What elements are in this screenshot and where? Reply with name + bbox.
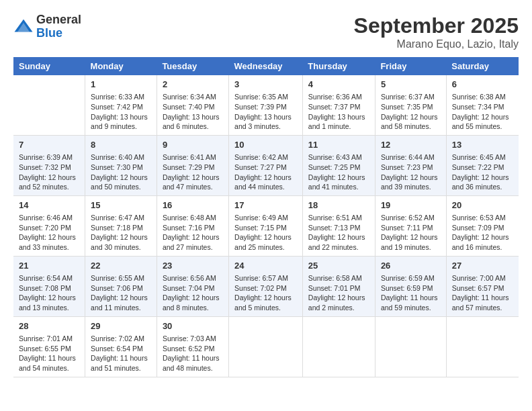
weekday-row: SundayMondayTuesdayWednesdayThursdayFrid…: [13, 57, 519, 75]
day-info: Sunrise: 6:52 AMSunset: 7:11 PMDaylight:…: [381, 213, 441, 253]
day-number: 27: [452, 260, 513, 272]
day-info: Sunrise: 7:00 AMSunset: 6:57 PMDaylight:…: [452, 273, 513, 313]
calendar-cell: 1Sunrise: 6:33 AMSunset: 7:42 PMDaylight…: [85, 75, 157, 135]
calendar-cell: 10Sunrise: 6:42 AMSunset: 7:27 PMDayligh…: [229, 135, 303, 195]
day-number: 2: [163, 79, 223, 91]
calendar-cell: 21Sunrise: 6:54 AMSunset: 7:08 PMDayligh…: [13, 256, 85, 316]
day-info: Sunrise: 7:01 AMSunset: 6:55 PMDaylight:…: [19, 334, 79, 373]
weekday-header: Thursday: [302, 57, 375, 75]
day-info: Sunrise: 6:38 AMSunset: 7:34 PMDaylight:…: [452, 92, 513, 132]
day-info: Sunrise: 6:43 AMSunset: 7:25 PMDaylight:…: [308, 152, 369, 192]
calendar-cell: [13, 75, 85, 135]
calendar-cell: 7Sunrise: 6:39 AMSunset: 7:32 PMDaylight…: [13, 135, 85, 195]
day-number: 22: [91, 260, 151, 272]
month-title: September 2025: [354, 13, 519, 38]
calendar-cell: 19Sunrise: 6:52 AMSunset: 7:11 PMDayligh…: [375, 195, 446, 256]
day-number: 14: [19, 199, 79, 212]
day-info: Sunrise: 6:48 AMSunset: 7:16 PMDaylight:…: [163, 213, 223, 253]
day-number: 13: [452, 139, 513, 151]
title-block: September 2025 Marano Equo, Lazio, Italy: [354, 13, 519, 50]
calendar-cell: 18Sunrise: 6:51 AMSunset: 7:13 PMDayligh…: [302, 195, 375, 256]
logo-blue: Blue: [36, 27, 81, 40]
location: Marano Equo, Lazio, Italy: [354, 38, 519, 50]
day-number: 6: [452, 79, 513, 91]
day-info: Sunrise: 6:57 AMSunset: 7:02 PMDaylight:…: [234, 273, 297, 313]
weekday-header: Saturday: [446, 57, 519, 75]
calendar-cell: 5Sunrise: 6:37 AMSunset: 7:35 PMDaylight…: [375, 75, 446, 135]
day-info: Sunrise: 6:42 AMSunset: 7:27 PMDaylight:…: [234, 152, 297, 192]
day-info: Sunrise: 6:41 AMSunset: 7:29 PMDaylight:…: [163, 152, 223, 192]
calendar-week-row: 1Sunrise: 6:33 AMSunset: 7:42 PMDaylight…: [13, 75, 519, 135]
logo-icon: [13, 17, 34, 37]
calendar-body: 1Sunrise: 6:33 AMSunset: 7:42 PMDaylight…: [13, 75, 519, 377]
day-number: 24: [234, 260, 297, 272]
day-number: 23: [163, 260, 223, 272]
day-info: Sunrise: 6:37 AMSunset: 7:35 PMDaylight:…: [381, 92, 441, 132]
calendar-cell: 25Sunrise: 6:58 AMSunset: 7:01 PMDayligh…: [302, 256, 375, 316]
calendar-week-row: 14Sunrise: 6:46 AMSunset: 7:20 PMDayligh…: [13, 195, 519, 256]
day-number: 18: [308, 199, 369, 212]
calendar-cell: 28Sunrise: 7:01 AMSunset: 6:55 PMDayligh…: [13, 316, 85, 377]
calendar-cell: [375, 316, 446, 377]
day-number: 8: [91, 139, 151, 151]
calendar-cell: 16Sunrise: 6:48 AMSunset: 7:16 PMDayligh…: [157, 195, 228, 256]
calendar-cell: 4Sunrise: 6:36 AMSunset: 7:37 PMDaylight…: [302, 75, 375, 135]
day-info: Sunrise: 6:44 AMSunset: 7:23 PMDaylight:…: [381, 152, 441, 192]
calendar-cell: 24Sunrise: 6:57 AMSunset: 7:02 PMDayligh…: [229, 256, 303, 316]
calendar-cell: 22Sunrise: 6:55 AMSunset: 7:06 PMDayligh…: [85, 256, 157, 316]
day-number: 12: [381, 139, 441, 151]
day-info: Sunrise: 7:03 AMSunset: 6:52 PMDaylight:…: [163, 334, 223, 373]
day-number: 1: [91, 79, 151, 91]
day-number: 3: [234, 79, 297, 91]
calendar-cell: [446, 316, 519, 377]
day-number: 26: [381, 260, 441, 272]
weekday-header: Wednesday: [229, 57, 303, 75]
day-number: 7: [19, 139, 79, 151]
calendar-cell: 23Sunrise: 6:56 AMSunset: 7:04 PMDayligh…: [157, 256, 228, 316]
calendar-cell: 27Sunrise: 7:00 AMSunset: 6:57 PMDayligh…: [446, 256, 519, 316]
logo-text: General Blue: [36, 13, 81, 40]
calendar-week-row: 21Sunrise: 6:54 AMSunset: 7:08 PMDayligh…: [13, 256, 519, 316]
day-info: Sunrise: 6:54 AMSunset: 7:08 PMDaylight:…: [19, 273, 79, 313]
weekday-header: Friday: [375, 57, 446, 75]
calendar-cell: [229, 316, 303, 377]
day-info: Sunrise: 6:55 AMSunset: 7:06 PMDaylight:…: [91, 273, 151, 313]
day-number: 19: [381, 199, 441, 212]
calendar-cell: 17Sunrise: 6:49 AMSunset: 7:15 PMDayligh…: [229, 195, 303, 256]
day-info: Sunrise: 6:51 AMSunset: 7:13 PMDaylight:…: [308, 213, 369, 253]
day-number: 25: [308, 260, 369, 272]
day-info: Sunrise: 6:56 AMSunset: 7:04 PMDaylight:…: [163, 273, 223, 313]
logo-general: General: [36, 13, 81, 27]
day-info: Sunrise: 6:46 AMSunset: 7:20 PMDaylight:…: [19, 213, 79, 253]
weekday-header: Tuesday: [157, 57, 228, 75]
calendar-cell: 15Sunrise: 6:47 AMSunset: 7:18 PMDayligh…: [85, 195, 157, 256]
day-number: 21: [19, 260, 79, 272]
calendar-cell: [302, 316, 375, 377]
day-number: 9: [163, 139, 223, 151]
calendar-cell: 11Sunrise: 6:43 AMSunset: 7:25 PMDayligh…: [302, 135, 375, 195]
day-number: 16: [163, 199, 223, 212]
day-number: 5: [381, 79, 441, 91]
calendar-week-row: 28Sunrise: 7:01 AMSunset: 6:55 PMDayligh…: [13, 316, 519, 377]
calendar-table: SundayMondayTuesdayWednesdayThursdayFrid…: [13, 57, 519, 377]
day-number: 30: [163, 320, 223, 332]
day-info: Sunrise: 6:36 AMSunset: 7:37 PMDaylight:…: [308, 92, 369, 132]
page-header: General Blue September 2025 Marano Equo,…: [13, 13, 519, 50]
calendar-cell: 8Sunrise: 6:40 AMSunset: 7:30 PMDaylight…: [85, 135, 157, 195]
logo: General Blue: [13, 13, 81, 40]
day-info: Sunrise: 6:47 AMSunset: 7:18 PMDaylight:…: [91, 213, 151, 253]
calendar-cell: 20Sunrise: 6:53 AMSunset: 7:09 PMDayligh…: [446, 195, 519, 256]
day-number: 10: [234, 139, 297, 151]
day-info: Sunrise: 6:34 AMSunset: 7:40 PMDaylight:…: [163, 92, 223, 132]
day-number: 15: [91, 199, 151, 212]
weekday-header: Monday: [85, 57, 157, 75]
day-info: Sunrise: 6:58 AMSunset: 7:01 PMDaylight:…: [308, 273, 369, 313]
day-number: 11: [308, 139, 369, 151]
calendar-cell: 2Sunrise: 6:34 AMSunset: 7:40 PMDaylight…: [157, 75, 228, 135]
calendar-cell: 3Sunrise: 6:35 AMSunset: 7:39 PMDaylight…: [229, 75, 303, 135]
day-info: Sunrise: 6:39 AMSunset: 7:32 PMDaylight:…: [19, 152, 79, 192]
day-info: Sunrise: 6:33 AMSunset: 7:42 PMDaylight:…: [91, 92, 151, 132]
calendar-cell: 14Sunrise: 6:46 AMSunset: 7:20 PMDayligh…: [13, 195, 85, 256]
calendar-cell: 12Sunrise: 6:44 AMSunset: 7:23 PMDayligh…: [375, 135, 446, 195]
calendar-cell: 29Sunrise: 7:02 AMSunset: 6:54 PMDayligh…: [85, 316, 157, 377]
